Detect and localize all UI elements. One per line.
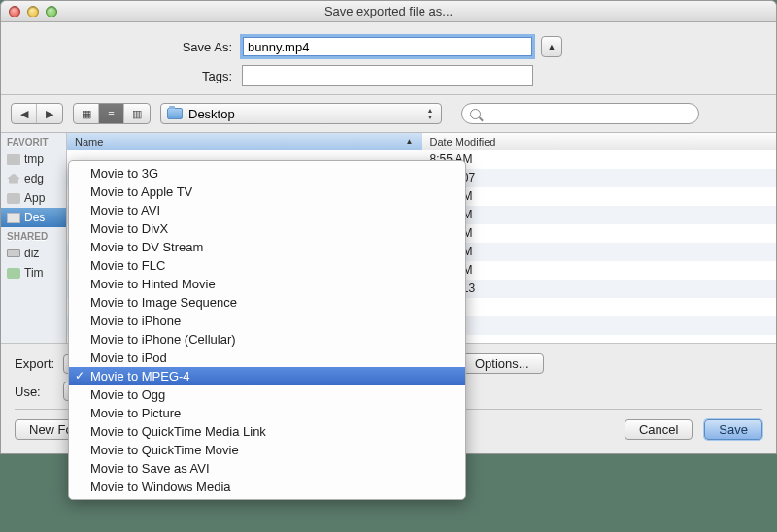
favorites-header: FAVORIT bbox=[1, 133, 66, 150]
menu-item[interactable]: Movie to MPEG-4 bbox=[69, 367, 465, 385]
date-column-header[interactable]: Date Modified bbox=[422, 133, 777, 150]
date-column: Date Modified 8:55 AM10/25/078:59 AM9:02… bbox=[422, 133, 777, 343]
export-label: Export: bbox=[15, 356, 63, 371]
sidebar-item-label: edg bbox=[24, 172, 44, 185]
disk-icon bbox=[7, 249, 20, 257]
search-input[interactable] bbox=[461, 103, 699, 124]
menu-item[interactable]: Movie to Apple TV bbox=[69, 183, 465, 201]
date-cell: 9:17 AM bbox=[422, 261, 777, 280]
menu-item[interactable]: Movie to iPhone bbox=[69, 312, 465, 330]
sort-asc-icon: ▲ bbox=[406, 137, 414, 146]
date-cell: 8:59 AM bbox=[422, 187, 777, 206]
sidebar-item-label: Tim bbox=[24, 266, 44, 280]
save-as-label: Save As: bbox=[1, 40, 242, 54]
menu-item[interactable]: Movie to iPod bbox=[69, 349, 465, 367]
chevron-updown-icon: ▲▼ bbox=[423, 106, 437, 121]
back-button[interactable]: ◀ bbox=[12, 104, 37, 123]
menu-item[interactable]: Movie to Windows Media bbox=[69, 478, 465, 496]
forward-button[interactable]: ▶ bbox=[37, 104, 62, 123]
cancel-button[interactable]: Cancel bbox=[625, 419, 693, 440]
menu-item[interactable]: Movie to Picture bbox=[69, 404, 465, 422]
menu-item[interactable]: Movie to Image Sequence bbox=[69, 293, 465, 312]
menu-item[interactable]: Movie to AVI bbox=[69, 201, 465, 219]
date-cell: 10/25/07 bbox=[422, 169, 777, 187]
sidebar-item-tmp[interactable]: tmp bbox=[1, 150, 66, 169]
collapse-disclosure-button[interactable]: ▲ bbox=[541, 36, 562, 57]
filename-input[interactable] bbox=[242, 36, 533, 57]
search-icon bbox=[470, 109, 481, 119]
sidebar-item-label: diz bbox=[24, 247, 39, 260]
tags-label: Tags: bbox=[1, 69, 242, 83]
sidebar-item-label: tmp bbox=[24, 152, 44, 166]
desk-icon bbox=[7, 213, 20, 223]
tags-row: Tags: bbox=[1, 65, 776, 86]
date-cell: 12/11/13 bbox=[422, 280, 777, 298]
sidebar-item-app[interactable]: App bbox=[1, 188, 66, 208]
date-cell: 8:55 AM bbox=[422, 150, 777, 169]
location-popup[interactable]: Desktop ▲▼ bbox=[160, 103, 442, 124]
menu-item[interactable]: Movie to Ogg bbox=[69, 385, 465, 404]
menu-item[interactable]: Movie to DivX bbox=[69, 219, 465, 238]
menu-item[interactable]: Movie to QuickTime Media Link bbox=[69, 422, 465, 441]
date-cell bbox=[422, 316, 777, 335]
sidebar-item-edg[interactable]: edg bbox=[1, 169, 66, 188]
app-icon bbox=[7, 193, 20, 204]
menu-item[interactable]: Movie to 3G bbox=[69, 164, 465, 183]
tags-input[interactable] bbox=[242, 65, 533, 86]
use-label: Use: bbox=[15, 384, 63, 399]
menu-item[interactable]: Movie to DV Stream bbox=[69, 238, 465, 256]
shared-header: SHARED bbox=[1, 227, 66, 244]
folder-icon bbox=[7, 154, 20, 165]
back-icon: ◀ bbox=[20, 108, 28, 120]
date-cell: 6:22 AM bbox=[422, 243, 777, 261]
icon-view-button[interactable]: ▦ bbox=[74, 104, 99, 123]
sidebar-item-label: Des bbox=[24, 211, 45, 224]
options-button[interactable]: Options... bbox=[460, 353, 544, 374]
column-view-button[interactable]: ▥ bbox=[124, 104, 150, 123]
export-format-menu: Movie to 3GMovie to Apple TVMovie to AVI… bbox=[68, 160, 466, 500]
sidebar-item-tim[interactable]: Tim bbox=[1, 263, 66, 283]
grid-icon: ▦ bbox=[82, 108, 91, 120]
browser-toolbar: ◀ ▶ ▦ ≡ ▥ Desktop ▲▼ bbox=[1, 95, 776, 132]
folder-icon bbox=[167, 108, 183, 119]
titlebar[interactable]: Save exported file as... bbox=[1, 1, 776, 22]
sidebar-item-diz[interactable]: diz bbox=[1, 244, 66, 263]
list-view-button[interactable]: ≡ bbox=[99, 104, 124, 123]
date-cell: 2/4/10 bbox=[422, 298, 777, 316]
menu-item[interactable]: Movie to Save as AVI bbox=[69, 459, 465, 478]
time-icon bbox=[7, 268, 20, 279]
nav-segment: ◀ ▶ bbox=[11, 103, 63, 124]
view-segment: ▦ ≡ ▥ bbox=[73, 103, 151, 124]
columns-icon: ▥ bbox=[132, 108, 142, 120]
home-icon bbox=[7, 174, 20, 184]
window-title: Save exported file as... bbox=[1, 4, 776, 18]
sidebar-item-des[interactable]: Des bbox=[1, 208, 66, 227]
menu-item[interactable]: Movie to FLC bbox=[69, 256, 465, 275]
menu-item[interactable]: Movie to Hinted Movie bbox=[69, 275, 465, 293]
forward-icon: ▶ bbox=[46, 108, 53, 120]
menu-item[interactable]: Movie to iPhone (Cellular) bbox=[69, 330, 465, 349]
sidebar: FAVORIT tmpedgAppDes SHARED dizTim bbox=[1, 133, 67, 343]
location-label: Desktop bbox=[188, 107, 235, 121]
list-icon: ≡ bbox=[108, 108, 114, 119]
name-column-header[interactable]: Name ▲ bbox=[67, 133, 422, 150]
search-text[interactable] bbox=[485, 107, 691, 121]
menu-item[interactable]: Movie to QuickTime Movie bbox=[69, 441, 465, 459]
sidebar-item-label: App bbox=[24, 191, 45, 205]
date-cell: 9:07 AM bbox=[422, 224, 777, 243]
date-cell: 9:02 AM bbox=[422, 206, 777, 224]
save-button[interactable]: Save bbox=[704, 419, 762, 440]
save-as-row: Save As: ▲ bbox=[1, 36, 776, 57]
